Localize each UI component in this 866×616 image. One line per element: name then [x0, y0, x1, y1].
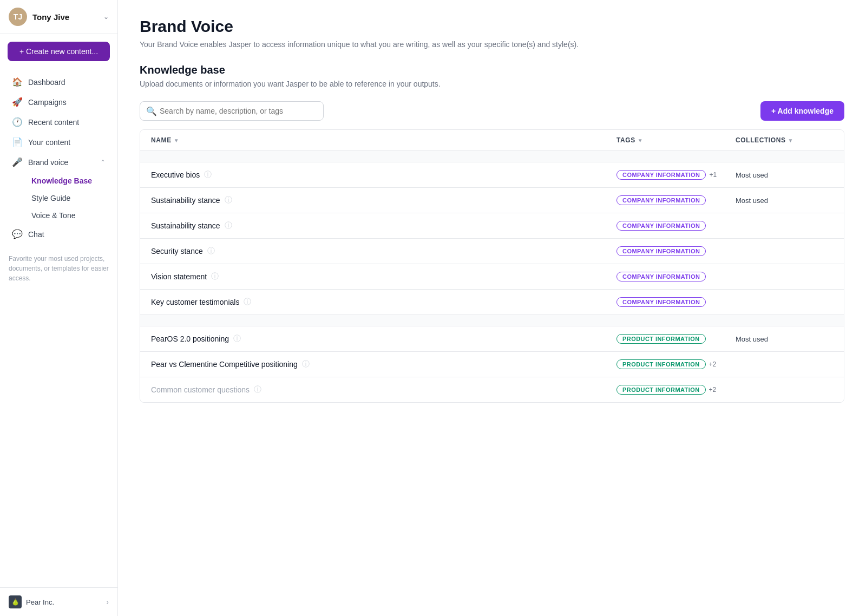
table-row[interactable]: Sustainability stance ⓘ COMPANY INFORMAT… — [140, 213, 844, 239]
tags-sort-icon: ▼ — [638, 137, 644, 143]
brand-voice-label: Brand voice — [28, 158, 68, 167]
sidebar-item-campaigns[interactable]: 🚀 Campaigns — [3, 92, 114, 112]
info-icon[interactable]: ⓘ — [211, 272, 219, 281]
table-row[interactable]: PearOS 2.0 positioning ⓘ PRODUCT INFORMA… — [140, 326, 844, 352]
search-wrap: 🔍 — [140, 101, 324, 121]
brand-voice-icon: 🎤 — [12, 157, 23, 167]
info-icon[interactable]: ⓘ — [244, 297, 251, 307]
product-tag: PRODUCT INFORMATION — [616, 385, 706, 395]
voice-tone-label: Voice & Tone — [31, 211, 75, 220]
table-row[interactable]: Executive bios ⓘ COMPANY INFORMATION +1 … — [140, 162, 844, 188]
tag-count: +1 — [709, 171, 717, 179]
row-name: Security stance ⓘ — [151, 246, 616, 256]
recent-content-label: Recent content — [28, 118, 79, 127]
company-info: 🍐 Pear Inc. — [9, 595, 54, 608]
table-row[interactable]: Key customer testimonials ⓘ COMPANY INFO… — [140, 290, 844, 315]
tags-cell: COMPANY INFORMATION — [616, 297, 736, 307]
knowledge-table: NAME ▼ TAGS ▼ COLLECTIONS ▼ Executive bi… — [140, 129, 844, 403]
section-title: Knowledge base — [140, 64, 844, 76]
footer-chevron-icon: › — [106, 598, 109, 606]
info-icon[interactable]: ⓘ — [302, 359, 310, 369]
info-icon[interactable]: ⓘ — [204, 170, 212, 180]
search-input[interactable] — [140, 101, 324, 121]
create-content-button[interactable]: + Create new content... — [8, 42, 110, 61]
table-header: NAME ▼ TAGS ▼ COLLECTIONS ▼ — [140, 130, 844, 151]
page-title: Brand Voice — [140, 17, 844, 36]
row-name: Sustainability stance ⓘ — [151, 221, 616, 231]
brand-voice-header-left: 🎤 Brand voice — [12, 157, 68, 167]
row-name: PearOS 2.0 positioning ⓘ — [151, 334, 616, 344]
col-name[interactable]: NAME ▼ — [151, 136, 616, 144]
tags-cell: COMPANY INFORMATION — [616, 272, 736, 281]
dashboard-icon: 🏠 — [12, 77, 23, 87]
company-icon: 🍐 — [9, 595, 22, 608]
sidebar-item-dashboard[interactable]: 🏠 Dashboard — [3, 72, 114, 92]
collection-cell: Most used — [736, 335, 833, 343]
col-collections[interactable]: COLLECTIONS ▼ — [736, 136, 833, 144]
info-icon[interactable]: ⓘ — [225, 195, 232, 205]
table-row[interactable]: Vision statement ⓘ COMPANY INFORMATION — [140, 264, 844, 290]
row-name: Sustainability stance ⓘ — [151, 195, 616, 205]
company-tag: COMPANY INFORMATION — [616, 272, 706, 281]
sidebar-footer[interactable]: 🍐 Pear Inc. › — [0, 587, 117, 616]
table-row[interactable]: Security stance ⓘ COMPANY INFORMATION — [140, 239, 844, 264]
tags-cell: COMPANY INFORMATION — [616, 221, 736, 231]
info-icon[interactable]: ⓘ — [233, 334, 241, 344]
row-name: Vision statement ⓘ — [151, 272, 616, 281]
chat-label: Chat — [28, 230, 44, 239]
username: Tony Jive — [32, 12, 69, 22]
company-tag: COMPANY INFORMATION — [616, 246, 706, 256]
sidebar-item-brand-voice[interactable]: 🎤 Brand voice ⌃ — [3, 152, 114, 172]
tags-cell: COMPANY INFORMATION — [616, 246, 736, 256]
collections-sort-icon: ▼ — [788, 137, 794, 143]
search-icon: 🔍 — [146, 106, 157, 116]
sidebar-hint: Favorite your most used projects, docume… — [0, 247, 117, 290]
company-name: Pear Inc. — [26, 598, 54, 606]
tags-cell: COMPANY INFORMATION — [616, 195, 736, 205]
company-tag: COMPANY INFORMATION — [616, 195, 706, 205]
sidebar-item-knowledge-base[interactable]: Knowledge Base — [6, 172, 111, 189]
tag-count: +2 — [709, 386, 717, 394]
product-tag: PRODUCT INFORMATION — [616, 334, 706, 344]
sidebar: TJ Tony Jive ⌄ + Create new content... 🏠… — [0, 0, 118, 616]
toolbar: 🔍 + Add knowledge — [140, 101, 844, 121]
company-tag: COMPANY INFORMATION — [616, 221, 706, 231]
sidebar-item-chat[interactable]: 💬 Chat — [3, 224, 114, 244]
section-subtitle: Upload documents or information you want… — [140, 80, 844, 88]
user-menu[interactable]: TJ Tony Jive ⌄ — [0, 0, 117, 34]
campaigns-label: Campaigns — [28, 98, 67, 107]
row-name: Executive bios ⓘ — [151, 170, 616, 180]
collection-cell: Most used — [736, 196, 833, 205]
sidebar-item-style-guide[interactable]: Style Guide — [6, 189, 111, 207]
add-knowledge-button[interactable]: + Add knowledge — [760, 101, 844, 121]
info-icon[interactable]: ⓘ — [254, 385, 261, 395]
sidebar-item-recent-content[interactable]: 🕐 Recent content — [3, 112, 114, 132]
chat-icon: 💬 — [12, 229, 23, 239]
table-row[interactable]: Common customer questions ⓘ PRODUCT INFO… — [140, 377, 844, 402]
company-tag: COMPANY INFORMATION — [616, 170, 706, 180]
tags-cell: PRODUCT INFORMATION — [616, 334, 736, 344]
sidebar-item-your-content[interactable]: 📄 Your content — [3, 132, 114, 152]
company-group-separator — [140, 151, 844, 162]
main-nav: 🏠 Dashboard 🚀 Campaigns 🕐 Recent content… — [0, 69, 117, 247]
your-content-label: Your content — [28, 138, 70, 147]
tags-cell: PRODUCT INFORMATION +2 — [616, 385, 736, 395]
main-content: Brand Voice Your Brand Voice enables Jas… — [118, 0, 866, 616]
sidebar-item-voice-tone[interactable]: Voice & Tone — [6, 207, 111, 224]
company-tag: COMPANY INFORMATION — [616, 297, 706, 307]
style-guide-label: Style Guide — [31, 194, 70, 202]
tags-cell: COMPANY INFORMATION +1 — [616, 170, 736, 180]
brand-voice-group: 🎤 Brand voice ⌃ Knowledge Base Style Gui… — [3, 152, 114, 224]
info-icon[interactable]: ⓘ — [207, 246, 215, 256]
col-tags[interactable]: TAGS ▼ — [616, 136, 736, 144]
info-icon[interactable]: ⓘ — [225, 221, 232, 231]
page-subtitle: Your Brand Voice enables Jasper to acces… — [140, 40, 844, 49]
chevron-up-icon: ⌃ — [100, 159, 106, 166]
table-row[interactable]: Sustainability stance ⓘ COMPANY INFORMAT… — [140, 188, 844, 213]
campaigns-icon: 🚀 — [12, 97, 23, 107]
table-row[interactable]: Pear vs Clementine Competitive positioni… — [140, 352, 844, 377]
row-name: Pear vs Clementine Competitive positioni… — [151, 359, 616, 369]
avatar: TJ — [9, 8, 27, 26]
your-content-icon: 📄 — [12, 137, 23, 147]
chevron-down-icon: ⌄ — [103, 13, 109, 21]
